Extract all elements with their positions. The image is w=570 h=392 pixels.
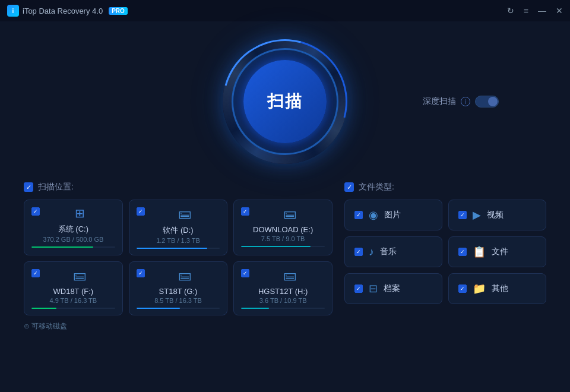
- drive-size-e: 7.5 TB / 9.0 TB: [241, 235, 325, 242]
- drive-card-d[interactable]: 🖴 软件 (D:) 1.2 TB / 1.3 TB: [129, 200, 228, 255]
- hdd-icon: 🖴: [178, 206, 191, 222]
- scan-button[interactable]: 扫描: [243, 60, 327, 143]
- drive-size-f: 4.9 TB / 16.3 TB: [31, 297, 115, 304]
- file-types-header: 文件类型:: [344, 182, 546, 192]
- main-content: 扫描 深度扫描 i 扫描位置: ⊞ 系统 (C:): [0, 21, 570, 343]
- filetype-card-video[interactable]: ▶ 视频: [448, 200, 546, 230]
- close-button[interactable]: ✕: [556, 7, 563, 15]
- pro-badge: PRO: [109, 7, 128, 15]
- drive-progress-bar-e: [241, 246, 311, 247]
- drive-progress-e: [241, 246, 325, 247]
- drive-progress-bar-f: [31, 308, 56, 309]
- drive-name-f: WD18T (F:): [31, 287, 115, 296]
- menu-button[interactable]: ≡: [524, 7, 528, 15]
- bottom-sections: 扫描位置: ⊞ 系统 (C:) 370.2 GB / 500.0 GB 🖴 软件…: [24, 182, 546, 331]
- ft-label-photo: 图片: [384, 210, 401, 220]
- drive-checkbox-c[interactable]: [31, 207, 40, 216]
- filetype-grid: ◉ 图片 ▶ 视频 ♪ 音乐 📋 文件 ⊟ 档案 📁 其他: [344, 200, 546, 304]
- drive-icon-g: 🖴: [150, 268, 220, 283]
- filetype-card-music[interactable]: ♪ 音乐: [344, 236, 442, 267]
- drive-progress-d: [137, 248, 220, 249]
- ft-checkbox-other[interactable]: [458, 284, 467, 293]
- ft-icon-photo: ◉: [369, 208, 378, 222]
- drive-card-f[interactable]: 🖴 WD18T (F:) 4.9 TB / 16.3 TB: [24, 261, 123, 315]
- scan-location-section: 扫描位置: ⊞ 系统 (C:) 370.2 GB / 500.0 GB 🖴 软件…: [24, 182, 332, 331]
- scan-button-wrap: 扫描: [223, 39, 347, 164]
- drive-icon-h: 🖴: [254, 268, 325, 283]
- scan-area: 扫描 深度扫描 i: [24, 21, 546, 176]
- drive-progress-g: [137, 308, 220, 309]
- app-icon: i: [7, 5, 19, 17]
- drive-card-e[interactable]: 🖴 DOWNLOAD (E:) 7.5 TB / 9.0 TB: [233, 200, 332, 255]
- app-logo: i iTop Data Recovery 4.0 PRO: [7, 5, 128, 17]
- ft-checkbox-music[interactable]: [354, 248, 363, 256]
- ft-icon-music: ♪: [369, 246, 374, 258]
- deep-scan-info-icon[interactable]: i: [461, 97, 470, 106]
- drive-card-header: 🖴: [241, 268, 325, 283]
- deep-scan-toggle[interactable]: [475, 96, 499, 108]
- drive-card-c[interactable]: ⊞ 系统 (C:) 370.2 GB / 500.0 GB: [24, 200, 123, 255]
- drive-name-e: DOWNLOAD (E:): [241, 225, 325, 234]
- ft-checkbox-video[interactable]: [458, 211, 467, 219]
- drive-card-h[interactable]: 🖴 HGST12T (H:) 3.6 TB / 10.9 TB: [233, 261, 332, 315]
- drive-checkbox-d[interactable]: [137, 207, 145, 216]
- drive-progress-bar-d: [137, 248, 208, 249]
- system-drive-icon: ⊞: [75, 206, 85, 220]
- drive-progress-c: [31, 246, 115, 248]
- file-types-title: 文件类型:: [359, 182, 394, 192]
- hdd-icon: 🖴: [73, 268, 86, 283]
- ft-icon-video: ▶: [473, 208, 481, 222]
- app-title: iTop Data Recovery 4.0: [23, 7, 103, 15]
- drive-icon-f: 🖴: [45, 268, 115, 283]
- ft-label-video: 视频: [487, 210, 504, 220]
- location-hint: ⊙ 可移动磁盘: [24, 321, 332, 331]
- ft-icon-other: 📁: [473, 282, 486, 295]
- drive-icon-c: ⊞: [45, 206, 115, 220]
- filetype-card-other[interactable]: 📁 其他: [448, 273, 546, 304]
- ft-label-music: 音乐: [380, 246, 397, 257]
- file-types-section: 文件类型: ◉ 图片 ▶ 视频 ♪ 音乐 📋 文件 ⊟ 档案 📁 其他: [344, 182, 546, 331]
- refresh-button[interactable]: ↻: [507, 7, 514, 15]
- drive-card-header: 🖴: [241, 206, 325, 222]
- drive-checkbox-e[interactable]: [241, 207, 249, 216]
- drive-progress-bar-h: [241, 308, 268, 309]
- drive-checkbox-f[interactable]: [31, 269, 40, 277]
- scan-location-checkbox[interactable]: [24, 182, 33, 192]
- drive-card-header: 🖴: [137, 268, 220, 283]
- drive-checkbox-h[interactable]: [241, 269, 249, 277]
- drive-size-d: 1.2 TB / 1.3 TB: [137, 237, 220, 244]
- drive-name-c: 系统 (C:): [31, 224, 115, 235]
- hdd-icon: 🖴: [178, 268, 191, 283]
- drive-size-h: 3.6 TB / 10.9 TB: [241, 297, 325, 304]
- drive-size-g: 8.5 TB / 16.3 TB: [137, 297, 220, 304]
- drive-size-c: 370.2 GB / 500.0 GB: [31, 236, 115, 243]
- hint-text: ⊙ 可移动磁盘: [24, 321, 67, 331]
- ft-icon-archive: ⊟: [369, 282, 378, 295]
- drive-name-g: ST18T (G:): [137, 287, 220, 296]
- file-types-checkbox[interactable]: [344, 182, 354, 192]
- drive-name-d: 软件 (D:): [137, 225, 220, 236]
- drive-progress-bar-g: [137, 308, 180, 309]
- ft-label-other: 其他: [492, 283, 508, 294]
- drive-progress-bar-c: [31, 246, 93, 248]
- scan-location-header: 扫描位置:: [24, 182, 332, 192]
- drive-icon-d: 🖴: [150, 206, 220, 222]
- drive-card-header: 🖴: [137, 206, 220, 222]
- toggle-thumb: [488, 97, 498, 106]
- ft-label-archive: 档案: [384, 283, 400, 294]
- ft-checkbox-photo[interactable]: [354, 211, 363, 219]
- titlebar: i iTop Data Recovery 4.0 PRO ↻ ≡ — ✕: [0, 0, 570, 21]
- ft-checkbox-doc[interactable]: [458, 248, 467, 256]
- drive-progress-h: [241, 308, 325, 309]
- scan-inner-ring: 扫描: [232, 48, 338, 155]
- scan-outer-ring: 扫描: [223, 39, 347, 164]
- filetype-card-doc[interactable]: 📋 文件: [448, 236, 546, 267]
- ft-label-doc: 文件: [492, 246, 508, 257]
- drive-checkbox-g[interactable]: [137, 269, 145, 277]
- ft-checkbox-archive[interactable]: [354, 284, 363, 293]
- filetype-card-archive[interactable]: ⊟ 档案: [344, 273, 442, 304]
- hdd-icon: 🖴: [283, 268, 296, 283]
- drive-card-g[interactable]: 🖴 ST18T (G:) 8.5 TB / 16.3 TB: [129, 261, 228, 315]
- filetype-card-photo[interactable]: ◉ 图片: [344, 200, 442, 230]
- minimize-button[interactable]: —: [538, 7, 546, 15]
